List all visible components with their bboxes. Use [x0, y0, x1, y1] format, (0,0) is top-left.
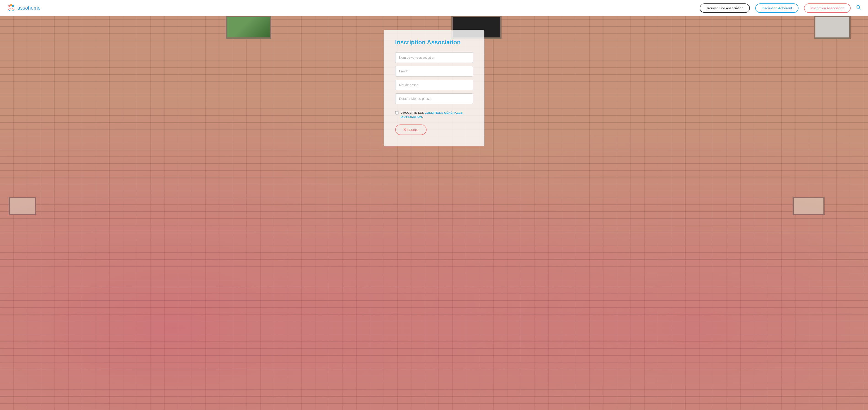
terms-checkbox-row: J'ACCEPTE LES CONDITIONS GÉNÉRALES D'UTI… — [395, 111, 473, 119]
svg-point-2 — [10, 4, 12, 6]
registration-form-card: Inscription Association J'ACCEPTE LES CO… — [384, 30, 485, 146]
find-association-button[interactable]: Trouver Une Association — [700, 3, 750, 13]
form-wrapper: Inscription Association J'ACCEPTE LES CO… — [0, 16, 868, 410]
submit-button[interactable]: S'inscrire — [395, 125, 427, 135]
logo-icon — [7, 4, 16, 12]
logo-text: assohome — [18, 5, 41, 11]
form-title: Inscription Association — [395, 39, 473, 46]
email-input[interactable] — [395, 66, 473, 76]
inscription-association-button[interactable]: Inscription Association — [804, 3, 850, 13]
nav-links: Trouver Une Association Inscription Adhé… — [700, 3, 861, 13]
inscription-adherent-button[interactable]: Inscription Adhérent — [755, 3, 799, 13]
search-icon[interactable] — [856, 5, 861, 11]
terms-checkbox[interactable] — [395, 111, 399, 114]
association-name-input[interactable] — [395, 52, 473, 63]
svg-line-4 — [859, 8, 861, 9]
terms-label: J'ACCEPTE LES CONDITIONS GÉNÉRALES D'UTI… — [401, 111, 473, 119]
logo: assohome — [7, 4, 41, 12]
password-input[interactable] — [395, 80, 473, 90]
password-confirm-input[interactable] — [395, 94, 473, 104]
navbar: assohome Trouver Une Association Inscrip… — [0, 0, 868, 16]
